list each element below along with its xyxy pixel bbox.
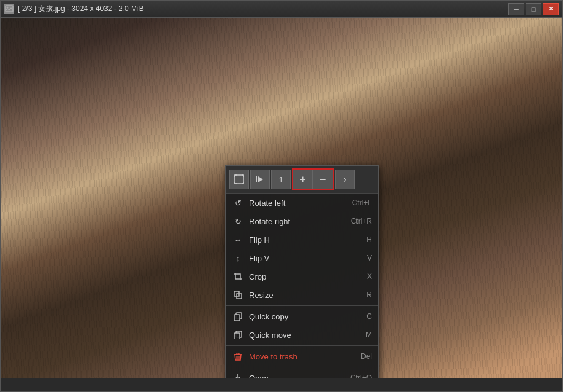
svg-rect-7 xyxy=(234,315,240,321)
menu-item-rotate-left[interactable]: ↺ Rotate left Ctrl+L xyxy=(226,194,378,212)
resize-shortcut: R xyxy=(366,291,372,299)
quick-copy-icon xyxy=(232,310,244,323)
menu-item-flip-h[interactable]: ↔ Flip H H xyxy=(226,230,378,249)
more-options-button[interactable]: › xyxy=(335,170,355,189)
open-label: Open xyxy=(249,374,350,378)
quick-move-shortcut: M xyxy=(366,331,372,339)
menu-item-open[interactable]: Open Ctrl+O xyxy=(226,369,378,378)
open-shortcut: Ctrl+O xyxy=(350,374,372,378)
menu-divider-3 xyxy=(226,367,378,367)
photo-view[interactable]: 1 + − › xyxy=(1,18,562,378)
menu-item-crop[interactable]: Crop X xyxy=(226,267,378,286)
rotate-left-icon: ↺ xyxy=(232,197,244,209)
minimize-button[interactable]: ─ xyxy=(508,3,524,15)
rotate-left-label: Rotate left xyxy=(249,198,352,208)
flip-h-icon: ↔ xyxy=(232,233,244,246)
quick-copy-label: Quick copy xyxy=(249,312,366,321)
main-window: [ 2/3 ] 女孩.jpg - 3024 x 4032 - 2.0 MiB ─… xyxy=(0,0,563,392)
statusbar xyxy=(1,378,562,391)
flip-h-shortcut: H xyxy=(366,235,372,244)
more-icon: › xyxy=(343,174,346,185)
resize-icon xyxy=(232,289,244,301)
one-to-one-button[interactable]: 1 xyxy=(271,170,291,189)
svg-rect-2 xyxy=(235,175,243,184)
quick-move-icon xyxy=(232,329,244,341)
titlebar: [ 2/3 ] 女孩.jpg - 3024 x 4032 - 2.0 MiB ─… xyxy=(1,1,562,18)
open-icon xyxy=(232,372,244,378)
menu-divider-1 xyxy=(226,305,378,306)
crop-icon xyxy=(232,270,244,283)
menu-toolbar: 1 + − › xyxy=(226,166,378,194)
app-icon xyxy=(4,4,14,14)
rotate-left-shortcut: Ctrl+L xyxy=(352,198,372,207)
quick-copy-shortcut: C xyxy=(366,312,372,321)
context-menu: 1 + − › xyxy=(225,165,379,378)
menu-item-resize[interactable]: Resize R xyxy=(226,286,378,304)
move-trash-label: Move to trash xyxy=(249,352,361,361)
trash-icon xyxy=(232,350,244,363)
next-image-button[interactable] xyxy=(250,170,270,189)
window-controls: ─ □ ✕ xyxy=(508,3,559,15)
close-button[interactable]: ✕ xyxy=(543,3,559,15)
menu-divider-2 xyxy=(226,345,378,346)
zoom-in-button[interactable]: + xyxy=(293,170,313,189)
one-to-one-label: 1 xyxy=(278,175,283,184)
fit-to-window-button[interactable] xyxy=(229,170,249,189)
flip-v-shortcut: V xyxy=(367,254,372,262)
zoom-button-group: + − xyxy=(292,168,334,190)
crop-shortcut: X xyxy=(367,272,372,281)
flip-v-icon: ↕ xyxy=(232,252,244,264)
move-trash-shortcut: Del xyxy=(361,352,372,361)
svg-point-1 xyxy=(7,6,9,8)
titlebar-left: [ 2/3 ] 女孩.jpg - 3024 x 4032 - 2.0 MiB xyxy=(4,4,144,14)
crop-label: Crop xyxy=(249,272,367,281)
menu-item-rotate-right[interactable]: ↻ Rotate right Ctrl+R xyxy=(226,212,378,230)
rotate-right-label: Rotate right xyxy=(249,217,351,226)
window-title: [ 2/3 ] 女孩.jpg - 3024 x 4032 - 2.0 MiB xyxy=(18,4,144,14)
rotate-right-shortcut: Ctrl+R xyxy=(351,217,372,225)
menu-item-quick-copy[interactable]: Quick copy C xyxy=(226,307,378,326)
rotate-right-icon: ↻ xyxy=(232,215,244,227)
svg-rect-9 xyxy=(234,333,240,339)
flip-v-label: Flip V xyxy=(249,254,367,263)
maximize-button[interactable]: □ xyxy=(526,3,541,15)
flip-h-label: Flip H xyxy=(249,235,366,245)
main-content: 1 + − › xyxy=(1,18,562,378)
menu-item-flip-v[interactable]: ↕ Flip V V xyxy=(226,249,378,267)
zoom-out-button[interactable]: − xyxy=(313,170,333,189)
resize-label: Resize xyxy=(249,291,366,300)
quick-move-label: Quick move xyxy=(249,331,366,340)
menu-item-quick-move[interactable]: Quick move M xyxy=(226,326,378,344)
menu-item-move-trash[interactable]: Move to trash Del xyxy=(226,347,378,366)
